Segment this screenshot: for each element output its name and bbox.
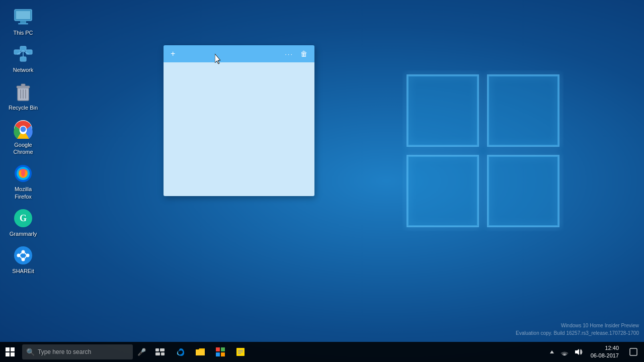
svg-rect-46 [161, 352, 165, 355]
svg-rect-43 [155, 348, 159, 351]
sticky-delete-button[interactable]: 🗑 [297, 49, 310, 59]
grammarly-label: Grammarly [10, 230, 37, 237]
volume-tray-icon[interactable] [573, 342, 585, 362]
svg-rect-1 [488, 75, 558, 146]
svg-rect-7 [18, 23, 28, 25]
sticky-header-actions: ··· 🗑 [282, 49, 310, 59]
clock-date: 06-08-2017 [591, 352, 619, 359]
svg-rect-5 [16, 11, 30, 19]
svg-marker-56 [550, 350, 554, 353]
svg-rect-50 [216, 352, 220, 356]
svg-rect-9 [20, 46, 26, 51]
store-taskbar-button[interactable] [210, 342, 230, 362]
svg-rect-39 [6, 347, 10, 351]
this-pc-icon-img [13, 7, 33, 27]
show-hidden-icons-button[interactable] [547, 342, 556, 362]
search-input[interactable] [38, 348, 129, 355]
windows-watermark: Windows 10 Home Insider Preview Evaluati… [516, 322, 639, 337]
svg-rect-8 [14, 50, 20, 54]
svg-rect-49 [221, 347, 225, 351]
grammarly-icon-img: G [13, 208, 33, 228]
svg-rect-42 [11, 352, 15, 356]
svg-rect-2 [408, 156, 478, 226]
clock-time: 12:40 [605, 344, 619, 352]
svg-rect-48 [216, 347, 220, 351]
sticky-note-widget: + ··· 🗑 [164, 45, 314, 196]
desktop-icon-mozilla-firefox[interactable]: Mozilla Firefox [4, 160, 42, 203]
windows-logo [403, 70, 564, 231]
svg-rect-47 [196, 350, 205, 355]
svg-rect-44 [160, 348, 165, 351]
svg-rect-11 [20, 57, 26, 61]
start-button[interactable] [0, 342, 20, 362]
svg-rect-45 [155, 352, 160, 355]
file-explorer-taskbar-button[interactable] [190, 342, 210, 362]
task-view-button[interactable] [150, 342, 170, 362]
svg-rect-16 [17, 86, 30, 88]
svg-rect-0 [408, 75, 478, 146]
svg-rect-41 [6, 352, 10, 356]
sticky-add-button[interactable]: + [168, 48, 178, 59]
sticky-more-button[interactable]: ··· [282, 49, 296, 59]
svg-rect-17 [21, 84, 25, 86]
system-clock[interactable]: 12:40 06-08-2017 [587, 342, 623, 362]
svg-rect-3 [488, 156, 558, 226]
firefox-icon-img [13, 163, 33, 184]
svg-point-31 [22, 250, 25, 254]
desktop: This PC Network [0, 0, 644, 362]
search-icon: 🔍 [26, 348, 35, 356]
recycle-bin-label: Recycle Bin [9, 104, 38, 111]
desktop-icon-this-pc[interactable]: This PC [4, 4, 42, 39]
system-tray: 12:40 06-08-2017 [547, 342, 644, 362]
svg-point-23 [21, 126, 26, 132]
desktop-icons-container: This PC Network [0, 0, 46, 284]
desktop-icon-google-chrome[interactable]: Google Chrome [4, 116, 42, 159]
sticky-note-header: + ··· 🗑 [164, 45, 314, 62]
firefox-label: Mozilla Firefox [6, 186, 40, 200]
shareit-label: SHAREit [12, 267, 34, 275]
taskbar: 🔍 🎤 [0, 342, 644, 362]
chrome-label: Google Chrome [6, 141, 40, 156]
network-label: Network [13, 66, 33, 73]
taskbar-search-bar[interactable]: 🔍 [22, 344, 133, 359]
svg-rect-40 [11, 347, 15, 351]
sticky-note-body[interactable] [164, 62, 314, 196]
network-icon-img [13, 44, 33, 64]
this-pc-label: This PC [13, 29, 33, 36]
svg-rect-59 [630, 348, 637, 355]
svg-marker-58 [575, 349, 579, 355]
svg-rect-6 [20, 21, 26, 23]
edge-taskbar-button[interactable] [170, 342, 190, 362]
desktop-icon-shareit[interactable]: SHAREit [4, 242, 42, 278]
shareit-icon-img [13, 245, 33, 265]
desktop-icon-network[interactable]: Network [4, 41, 42, 76]
network-tray-icon[interactable] [558, 342, 571, 362]
svg-rect-51 [221, 352, 225, 356]
sticky-notes-taskbar-button[interactable] [230, 342, 251, 362]
desktop-icon-recycle-bin[interactable]: Recycle Bin [4, 79, 42, 114]
recycle-bin-icon-img [13, 82, 33, 102]
svg-text:G: G [20, 213, 27, 223]
svg-point-29 [14, 246, 32, 264]
microphone-button[interactable]: 🎤 [133, 343, 150, 360]
notification-center-button[interactable] [625, 342, 642, 362]
svg-rect-10 [26, 50, 32, 54]
chrome-icon-img [13, 119, 33, 139]
desktop-icon-grammarly[interactable]: G Grammarly [4, 205, 42, 240]
